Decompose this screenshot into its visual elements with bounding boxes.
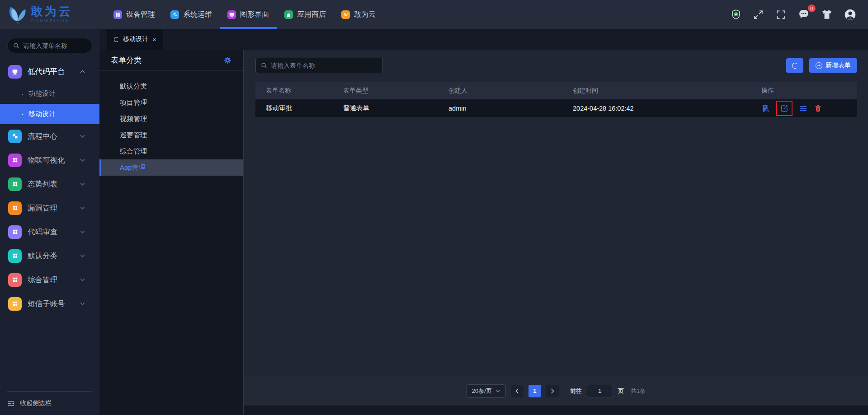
default-category-icon — [8, 249, 22, 263]
category-list: 默认分类 项目管理 视频管理 巡更管理 综合管理 App管理 — [99, 71, 243, 176]
category-settings-gear-icon[interactable] — [224, 56, 231, 64]
form-search-input[interactable] — [271, 62, 377, 69]
chevron-down-icon — [80, 230, 85, 233]
sidebar-group-vulnerability[interactable]: 漏洞管理 — [0, 196, 99, 220]
column-header-form-name: 表单名称 — [255, 87, 333, 95]
page-number-button[interactable]: 1 — [528, 385, 541, 397]
user-avatar[interactable] — [844, 9, 856, 21]
sidebar-group-lowcode[interactable]: 低代码平台 — [0, 60, 99, 84]
category-item-label: 巡更管理 — [120, 131, 147, 140]
sidebar-group-iot-visualization[interactable]: 物联可视化 — [0, 148, 99, 172]
sidebar-group-sms-subaccount[interactable]: 短信子账号 — [0, 292, 99, 316]
refresh-button[interactable] — [786, 58, 803, 73]
sidebar-group-label: 代码审查 — [28, 227, 74, 237]
table-row: 移动审批 普通表单 admin 2024-04-28 16:02:42 — [255, 99, 857, 117]
theme-shirt-icon[interactable] — [821, 9, 833, 20]
ganweiyun-icon — [341, 10, 350, 19]
logo-subtitle: GANWEIYUN — [31, 19, 73, 23]
preview-form-icon[interactable] — [761, 104, 769, 112]
lowcode-platform-icon — [8, 65, 22, 79]
sidebar-item-function-design[interactable]: · 功能设计 — [0, 84, 99, 104]
sidebar-group-label: 默认分类 — [28, 251, 74, 261]
collapse-sidebar-label: 收起侧边栏 — [20, 399, 52, 407]
chevron-right-icon — [551, 388, 554, 394]
situation-list-icon — [8, 177, 22, 191]
active-nav-underline — [220, 27, 277, 29]
category-item-label: 默认分类 — [120, 82, 147, 91]
category-item-label: 项目管理 — [120, 98, 147, 107]
system-ops-icon — [170, 10, 179, 19]
plus-circle-icon — [816, 62, 822, 69]
sidebar-group-code-review[interactable]: 代码审查 — [0, 220, 99, 244]
annotation-highlight-box — [776, 101, 793, 116]
nav-item-device-management[interactable]: 设备管理 — [106, 0, 163, 29]
chevron-down-icon — [80, 182, 85, 186]
nav-item-graphic-ui[interactable]: 图形界面 — [220, 0, 277, 29]
column-header-form-type: 表单类型 — [333, 87, 438, 95]
topbar-actions: 0 — [731, 0, 868, 29]
iot-visualization-icon — [8, 154, 22, 167]
form-settings-sliders-icon[interactable] — [799, 104, 807, 112]
category-item-general[interactable]: 综合管理 — [99, 143, 243, 159]
sidebar-group-label: 流程中心 — [28, 131, 74, 141]
top-navigation: 设备管理 系统运维 图形界面 应用商店 — [106, 0, 383, 29]
nav-item-app-store[interactable]: 应用商店 — [277, 0, 334, 29]
flow-center-icon — [8, 130, 22, 143]
tab-close-icon[interactable]: × — [152, 36, 156, 43]
sidebar-item-label: 移动设计 — [28, 110, 56, 118]
chevron-up-icon — [80, 70, 85, 73]
category-item-app[interactable]: App管理 — [99, 159, 243, 176]
sms-subaccount-icon — [8, 297, 22, 311]
nav-item-label: 图形界面 — [240, 10, 269, 19]
form-category-panel: 表单分类 默认分类 项目管理 视频管理 巡更管理 综合管理 App管理 — [99, 50, 244, 415]
topbar: 敢为云 GANWEIYUN 设备管理 系统运维 图形界面 — [0, 0, 868, 29]
sidebar-group-general-management[interactable]: 综合管理 — [0, 268, 99, 292]
nav-item-system-ops[interactable]: 系统运维 — [163, 0, 220, 29]
prev-page-button[interactable] — [511, 385, 524, 397]
nav-item-label: 敢为云 — [354, 10, 376, 19]
bullet-dot: · — [21, 110, 24, 118]
sidebar: 低代码平台 · 功能设计 · 移动设计 流程中心 — [0, 29, 99, 415]
chevron-down-icon — [80, 135, 85, 138]
toolbar: 新增表单 — [244, 50, 868, 79]
page-size-label: 20条/页 — [472, 387, 492, 395]
collapse-sidebar-button[interactable]: 收起侧边栏 — [0, 392, 99, 415]
tab-label: 移动设计 — [123, 35, 148, 43]
refresh-icon — [792, 63, 798, 69]
bottom-strip — [244, 406, 868, 415]
tab-refresh-icon[interactable] — [114, 37, 119, 42]
chevron-down-icon — [495, 390, 500, 392]
edit-form-icon[interactable] — [780, 104, 788, 112]
sidebar-item-mobile-design[interactable]: · 移动设计 — [0, 104, 99, 124]
chevron-down-icon — [80, 254, 85, 257]
category-item-default[interactable]: 默认分类 — [99, 78, 243, 94]
category-item-project[interactable]: 项目管理 — [99, 94, 243, 111]
nav-item-ganweiyun[interactable]: 敢为云 — [334, 0, 383, 29]
chevron-down-icon — [80, 159, 85, 162]
menu-search-input[interactable] — [23, 42, 86, 49]
fullscreen-icon[interactable] — [753, 9, 764, 20]
column-header-created-at: 创建时间 — [562, 87, 751, 95]
sidebar-group-label: 综合管理 — [28, 275, 74, 285]
tab-mobile-design[interactable]: 移动设计 × — [107, 29, 163, 50]
form-table: 表单名称 表单类型 创建人 创建时间 操作 移动审批 普通表单 admin 20… — [255, 82, 857, 117]
category-item-video[interactable]: 视频管理 — [99, 111, 243, 127]
delete-form-icon[interactable] — [814, 104, 822, 112]
messages-icon[interactable]: 0 — [798, 9, 810, 20]
add-form-button[interactable]: 新增表单 — [809, 58, 857, 73]
sidebar-group-default-category[interactable]: 默认分类 — [0, 244, 99, 268]
next-page-button[interactable] — [546, 385, 559, 397]
screenshot-frame-icon[interactable] — [775, 9, 787, 20]
device-management-icon — [113, 10, 122, 19]
category-panel-title: 表单分类 — [111, 55, 142, 65]
security-shield-icon[interactable] — [731, 9, 741, 20]
page-size-select[interactable]: 20条/页 — [466, 384, 506, 398]
nav-item-label: 应用商店 — [297, 10, 326, 19]
goto-page-input[interactable] — [587, 385, 613, 397]
sidebar-group-situation-list[interactable]: 态势列表 — [0, 172, 99, 196]
nav-item-label: 系统运维 — [183, 10, 212, 19]
column-header-operations: 操作 — [751, 87, 857, 95]
sidebar-group-flow-center[interactable]: 流程中心 — [0, 124, 99, 148]
cell-created-at: 2024-04-28 16:02:42 — [562, 105, 751, 112]
category-item-patrol[interactable]: 巡更管理 — [99, 127, 243, 143]
